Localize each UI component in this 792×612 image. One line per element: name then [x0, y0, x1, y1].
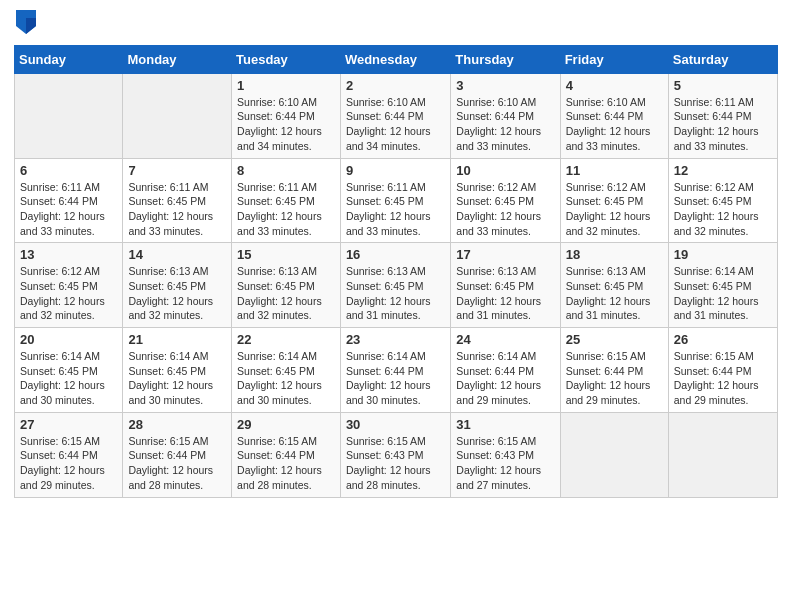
day-info: Sunrise: 6:14 AM Sunset: 6:45 PM Dayligh…: [237, 349, 335, 408]
day-number: 20: [20, 332, 117, 347]
day-cell: 14Sunrise: 6:13 AM Sunset: 6:45 PM Dayli…: [123, 243, 232, 328]
day-number: 26: [674, 332, 772, 347]
weekday-header-tuesday: Tuesday: [232, 45, 341, 73]
day-cell: 17Sunrise: 6:13 AM Sunset: 6:45 PM Dayli…: [451, 243, 560, 328]
day-number: 25: [566, 332, 663, 347]
day-info: Sunrise: 6:12 AM Sunset: 6:45 PM Dayligh…: [20, 264, 117, 323]
day-info: Sunrise: 6:15 AM Sunset: 6:44 PM Dayligh…: [674, 349, 772, 408]
day-number: 27: [20, 417, 117, 432]
day-cell: 16Sunrise: 6:13 AM Sunset: 6:45 PM Dayli…: [340, 243, 450, 328]
day-number: 15: [237, 247, 335, 262]
day-cell: [560, 412, 668, 497]
weekday-header-sunday: Sunday: [15, 45, 123, 73]
day-number: 29: [237, 417, 335, 432]
day-number: 13: [20, 247, 117, 262]
day-number: 22: [237, 332, 335, 347]
day-info: Sunrise: 6:14 AM Sunset: 6:45 PM Dayligh…: [128, 349, 226, 408]
day-cell: 12Sunrise: 6:12 AM Sunset: 6:45 PM Dayli…: [668, 158, 777, 243]
weekday-header-wednesday: Wednesday: [340, 45, 450, 73]
page: SundayMondayTuesdayWednesdayThursdayFrid…: [0, 0, 792, 612]
day-number: 30: [346, 417, 445, 432]
day-info: Sunrise: 6:13 AM Sunset: 6:45 PM Dayligh…: [237, 264, 335, 323]
day-number: 3: [456, 78, 554, 93]
day-info: Sunrise: 6:14 AM Sunset: 6:45 PM Dayligh…: [674, 264, 772, 323]
day-info: Sunrise: 6:13 AM Sunset: 6:45 PM Dayligh…: [128, 264, 226, 323]
weekday-header-thursday: Thursday: [451, 45, 560, 73]
day-info: Sunrise: 6:15 AM Sunset: 6:44 PM Dayligh…: [128, 434, 226, 493]
day-number: 21: [128, 332, 226, 347]
day-number: 10: [456, 163, 554, 178]
day-info: Sunrise: 6:15 AM Sunset: 6:43 PM Dayligh…: [346, 434, 445, 493]
day-info: Sunrise: 6:14 AM Sunset: 6:44 PM Dayligh…: [346, 349, 445, 408]
day-cell: 26Sunrise: 6:15 AM Sunset: 6:44 PM Dayli…: [668, 328, 777, 413]
day-info: Sunrise: 6:12 AM Sunset: 6:45 PM Dayligh…: [566, 180, 663, 239]
day-number: 23: [346, 332, 445, 347]
day-cell: 19Sunrise: 6:14 AM Sunset: 6:45 PM Dayli…: [668, 243, 777, 328]
day-cell: 18Sunrise: 6:13 AM Sunset: 6:45 PM Dayli…: [560, 243, 668, 328]
weekday-header-saturday: Saturday: [668, 45, 777, 73]
day-info: Sunrise: 6:15 AM Sunset: 6:43 PM Dayligh…: [456, 434, 554, 493]
day-number: 18: [566, 247, 663, 262]
day-cell: 6Sunrise: 6:11 AM Sunset: 6:44 PM Daylig…: [15, 158, 123, 243]
day-cell: 8Sunrise: 6:11 AM Sunset: 6:45 PM Daylig…: [232, 158, 341, 243]
day-number: 11: [566, 163, 663, 178]
weekday-header-monday: Monday: [123, 45, 232, 73]
day-cell: 10Sunrise: 6:12 AM Sunset: 6:45 PM Dayli…: [451, 158, 560, 243]
day-cell: 1Sunrise: 6:10 AM Sunset: 6:44 PM Daylig…: [232, 73, 341, 158]
day-cell: [123, 73, 232, 158]
day-cell: 20Sunrise: 6:14 AM Sunset: 6:45 PM Dayli…: [15, 328, 123, 413]
day-info: Sunrise: 6:10 AM Sunset: 6:44 PM Dayligh…: [346, 95, 445, 154]
week-row-5: 27Sunrise: 6:15 AM Sunset: 6:44 PM Dayli…: [15, 412, 778, 497]
day-cell: 29Sunrise: 6:15 AM Sunset: 6:44 PM Dayli…: [232, 412, 341, 497]
day-cell: 22Sunrise: 6:14 AM Sunset: 6:45 PM Dayli…: [232, 328, 341, 413]
calendar: SundayMondayTuesdayWednesdayThursdayFrid…: [14, 45, 778, 498]
week-row-1: 1Sunrise: 6:10 AM Sunset: 6:44 PM Daylig…: [15, 73, 778, 158]
week-row-4: 20Sunrise: 6:14 AM Sunset: 6:45 PM Dayli…: [15, 328, 778, 413]
svg-marker-1: [26, 18, 36, 34]
day-info: Sunrise: 6:13 AM Sunset: 6:45 PM Dayligh…: [456, 264, 554, 323]
day-cell: 9Sunrise: 6:11 AM Sunset: 6:45 PM Daylig…: [340, 158, 450, 243]
day-info: Sunrise: 6:11 AM Sunset: 6:44 PM Dayligh…: [20, 180, 117, 239]
day-info: Sunrise: 6:15 AM Sunset: 6:44 PM Dayligh…: [237, 434, 335, 493]
day-number: 8: [237, 163, 335, 178]
week-row-3: 13Sunrise: 6:12 AM Sunset: 6:45 PM Dayli…: [15, 243, 778, 328]
day-info: Sunrise: 6:14 AM Sunset: 6:45 PM Dayligh…: [20, 349, 117, 408]
day-cell: 5Sunrise: 6:11 AM Sunset: 6:44 PM Daylig…: [668, 73, 777, 158]
day-number: 9: [346, 163, 445, 178]
day-number: 14: [128, 247, 226, 262]
day-info: Sunrise: 6:11 AM Sunset: 6:45 PM Dayligh…: [237, 180, 335, 239]
day-info: Sunrise: 6:15 AM Sunset: 6:44 PM Dayligh…: [566, 349, 663, 408]
day-cell: [15, 73, 123, 158]
day-cell: 15Sunrise: 6:13 AM Sunset: 6:45 PM Dayli…: [232, 243, 341, 328]
day-cell: 23Sunrise: 6:14 AM Sunset: 6:44 PM Dayli…: [340, 328, 450, 413]
day-info: Sunrise: 6:11 AM Sunset: 6:45 PM Dayligh…: [128, 180, 226, 239]
day-number: 28: [128, 417, 226, 432]
day-number: 19: [674, 247, 772, 262]
day-info: Sunrise: 6:12 AM Sunset: 6:45 PM Dayligh…: [674, 180, 772, 239]
weekday-header-row: SundayMondayTuesdayWednesdayThursdayFrid…: [15, 45, 778, 73]
day-number: 16: [346, 247, 445, 262]
header: [14, 10, 778, 39]
day-info: Sunrise: 6:10 AM Sunset: 6:44 PM Dayligh…: [237, 95, 335, 154]
day-number: 24: [456, 332, 554, 347]
day-cell: 3Sunrise: 6:10 AM Sunset: 6:44 PM Daylig…: [451, 73, 560, 158]
day-number: 2: [346, 78, 445, 93]
week-row-2: 6Sunrise: 6:11 AM Sunset: 6:44 PM Daylig…: [15, 158, 778, 243]
day-cell: 13Sunrise: 6:12 AM Sunset: 6:45 PM Dayli…: [15, 243, 123, 328]
day-info: Sunrise: 6:13 AM Sunset: 6:45 PM Dayligh…: [346, 264, 445, 323]
day-number: 17: [456, 247, 554, 262]
day-number: 6: [20, 163, 117, 178]
day-info: Sunrise: 6:14 AM Sunset: 6:44 PM Dayligh…: [456, 349, 554, 408]
weekday-header-friday: Friday: [560, 45, 668, 73]
day-cell: 2Sunrise: 6:10 AM Sunset: 6:44 PM Daylig…: [340, 73, 450, 158]
day-cell: 24Sunrise: 6:14 AM Sunset: 6:44 PM Dayli…: [451, 328, 560, 413]
day-info: Sunrise: 6:11 AM Sunset: 6:44 PM Dayligh…: [674, 95, 772, 154]
day-info: Sunrise: 6:13 AM Sunset: 6:45 PM Dayligh…: [566, 264, 663, 323]
day-cell: 7Sunrise: 6:11 AM Sunset: 6:45 PM Daylig…: [123, 158, 232, 243]
day-info: Sunrise: 6:10 AM Sunset: 6:44 PM Dayligh…: [456, 95, 554, 154]
day-cell: [668, 412, 777, 497]
day-cell: 31Sunrise: 6:15 AM Sunset: 6:43 PM Dayli…: [451, 412, 560, 497]
day-info: Sunrise: 6:15 AM Sunset: 6:44 PM Dayligh…: [20, 434, 117, 493]
day-cell: 21Sunrise: 6:14 AM Sunset: 6:45 PM Dayli…: [123, 328, 232, 413]
day-number: 5: [674, 78, 772, 93]
